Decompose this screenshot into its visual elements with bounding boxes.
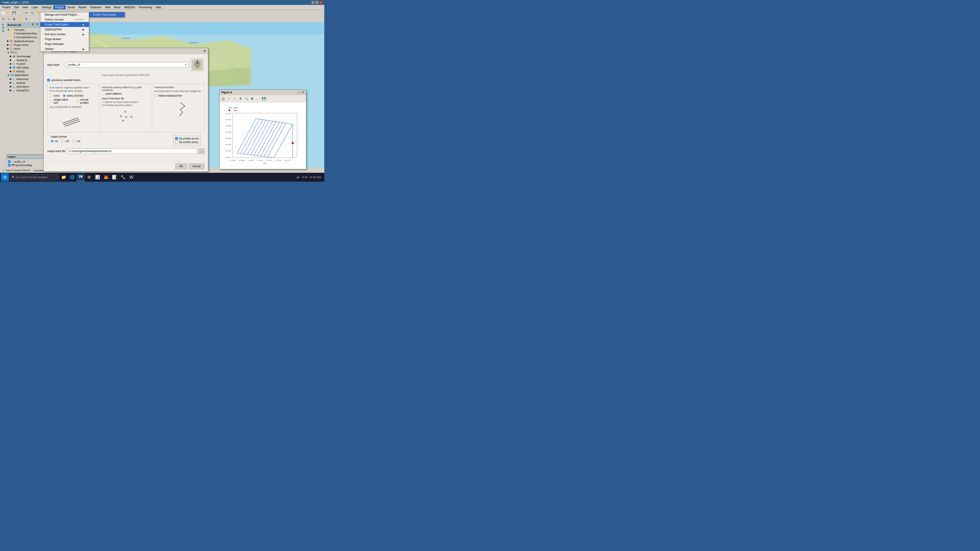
flip-along-checkbox[interactable]: [175, 141, 178, 143]
taskbar-app5[interactable]: 📊: [94, 173, 102, 181]
fig-chart-btn[interactable]: 📈: [255, 96, 261, 101]
col1-normal-label: normal profiles: [80, 98, 97, 105]
parallel-tracks-checkbox[interactable]: [47, 79, 50, 81]
figure4-max-btn[interactable]: □: [299, 91, 301, 94]
output-file-input[interactable]: C:/Users/gima/Desktop/temp/test.rtz: [67, 148, 197, 154]
plugins-python[interactable]: Python Console Ctrl+Alt+P: [40, 17, 89, 22]
format-rt3: .rt3: [62, 140, 69, 143]
open-project-btn[interactable]: 📂: [6, 11, 11, 15]
svg-text:11.3775: 11.3775: [284, 159, 290, 161]
icon-processing[interactable]: ⚙: [2, 30, 4, 32]
menu-web[interactable]: Web: [103, 5, 112, 10]
menu-vector[interactable]: Vector: [66, 5, 77, 10]
browser-filter-btn[interactable]: ▽: [36, 23, 40, 27]
menu-view[interactable]: View: [21, 5, 30, 10]
input-layer-combo[interactable]: profile_14 ▼: [67, 62, 188, 67]
browse-btn[interactable]: ...: [198, 148, 204, 154]
col1-radio-single[interactable]: [50, 100, 52, 103]
taskbar-chrome[interactable]: 🌐: [68, 173, 76, 181]
icon-layers[interactable]: 🗂: [2, 23, 4, 26]
redo-btn[interactable]: ↪: [29, 11, 34, 15]
plugins-qwater[interactable]: QWater ▶: [40, 46, 89, 51]
taskbar-app7[interactable]: 📝: [110, 173, 118, 181]
svg-text:54.382: 54.382: [226, 150, 231, 152]
col1-radio-none[interactable]: [50, 94, 52, 97]
taskbar-qgis[interactable]: 🗺: [76, 173, 84, 181]
minimize-btn[interactable]: ─: [311, 1, 315, 4]
layer-osm-checkbox[interactable]: [8, 164, 11, 167]
plugins-manage[interactable]: Manage and Install Plugins...: [40, 12, 89, 17]
format-cvt-radio[interactable]: [73, 140, 75, 143]
taskbar-firefox[interactable]: 🦊: [102, 173, 110, 181]
output-file-row: output track file C:/Users/gima/Desktop/…: [47, 148, 204, 156]
maximize-btn[interactable]: □: [315, 1, 318, 4]
submenu-cruise-track-export[interactable]: Cruise Track Export: [89, 12, 124, 17]
add-feature-btn[interactable]: +: [6, 17, 11, 22]
col1-radio-every2nd[interactable]: [63, 94, 65, 97]
svg-text:54.386: 54.386: [226, 137, 231, 139]
fig-save-btn[interactable]: 💾: [261, 96, 266, 101]
edit-btn[interactable]: ✏: [1, 17, 6, 22]
fig-options-btn[interactable]: ⚙: [250, 96, 255, 101]
taskbar-word[interactable]: W: [127, 173, 135, 181]
close-window-btn[interactable]: ✕: [320, 1, 323, 4]
icon-browser[interactable]: 🌐: [2, 26, 5, 29]
format-rt3-radio[interactable]: [62, 140, 64, 143]
combo-arrow: ▼: [185, 64, 187, 66]
format-rtz-radio[interactable]: [51, 140, 54, 143]
start-btn[interactable]: ⊞: [1, 173, 9, 181]
taskbar-app4[interactable]: ⚙: [85, 173, 93, 181]
menu-database[interactable]: Database: [88, 5, 103, 10]
taskbar-search[interactable]: 🔍 Zur Suche Text hier eingeben: [10, 174, 59, 181]
measure-btn[interactable]: 📐: [19, 17, 23, 22]
plugins-cruise-track[interactable]: Cruise Track Export ▶: [40, 22, 89, 27]
taskbar-explorer[interactable]: 📁: [60, 173, 68, 181]
layers-title-text: Layers: [8, 156, 15, 158]
save-btn[interactable]: 💾: [11, 11, 16, 15]
col2-title: efficiently passing stations (e.g. grab …: [102, 86, 150, 91]
menu-plugins[interactable]: Plugins: [53, 5, 65, 10]
plugins-reloader[interactable]: Plugin Reloader: [40, 41, 89, 46]
fig-zoom-btn[interactable]: 🔍: [243, 96, 249, 101]
col1-radio-normal[interactable]: [76, 100, 79, 103]
menu-settings[interactable]: Settings: [40, 5, 53, 10]
move-btn[interactable]: ⊕: [11, 17, 16, 22]
menu-mmqgis[interactable]: MMQGIS: [122, 5, 137, 10]
undo-btn[interactable]: ↩: [24, 11, 29, 15]
col3-radio-follow[interactable]: [154, 94, 157, 97]
col3-title: individual trackline: [154, 86, 202, 89]
flip-across-checkbox[interactable]: [175, 137, 178, 140]
cancel-btn[interactable]: Cancel: [189, 164, 204, 169]
flip-along-label: flip profiles along: [179, 141, 198, 143]
taskbar-app8[interactable]: 🔧: [119, 173, 127, 181]
fig-pan-btn[interactable]: ✛: [238, 96, 243, 101]
dialog-close-btn[interactable]: ✕: [203, 49, 206, 53]
save-as-btn[interactable]: 📋: [17, 11, 22, 15]
menu-project[interactable]: Project: [0, 5, 12, 10]
fig-home-btn[interactable]: 🏠: [221, 96, 226, 101]
menu-processing[interactable]: Processing: [137, 5, 154, 10]
new-project-btn[interactable]: 📄: [1, 11, 6, 15]
figure4-min-btn[interactable]: ─: [297, 91, 299, 94]
menu-edit[interactable]: Edit: [12, 5, 21, 10]
menu-mesh[interactable]: Mesh: [112, 5, 122, 10]
figure4-controls: ─ □ ✕: [297, 91, 304, 94]
menu-raster[interactable]: Raster: [77, 5, 88, 10]
text-btn[interactable]: A: [24, 17, 29, 22]
layer-profile14-checkbox[interactable]: [8, 160, 11, 163]
ok-btn[interactable]: OK: [175, 164, 187, 169]
col2-radio-pass[interactable]: [102, 92, 105, 95]
bottom-row: output format .rtz .rt3 .cvt: [47, 135, 204, 148]
plugins-digitizing[interactable]: DigitizingTools ▶: [40, 27, 89, 32]
plugins-builder[interactable]: Plugin Builder: [40, 37, 89, 41]
format-cvt-label: .cvt: [76, 140, 80, 143]
browser-refresh-btn[interactable]: ↺: [32, 23, 36, 27]
fig-forward-btn[interactable]: →: [232, 96, 237, 101]
status-locate: 🔍 Type to locate (Ctrl+K): [2, 169, 30, 172]
plugins-findclass[interactable]: find class number ▶: [40, 32, 89, 37]
figure4-window: Figure 4 ─ □ ✕ 🏠 ← → ✛ 🔍 ⚙ 📈 💾 track sta…: [220, 90, 306, 169]
fig-back-btn[interactable]: ←: [226, 96, 232, 101]
menu-help[interactable]: Help: [154, 5, 163, 10]
menu-layer[interactable]: Layer: [30, 5, 40, 10]
figure4-close-btn[interactable]: ✕: [302, 91, 304, 94]
